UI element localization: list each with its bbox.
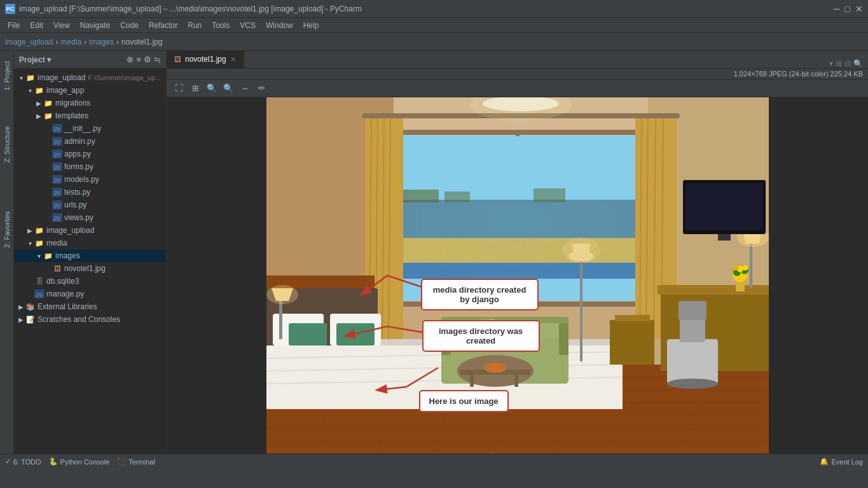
tab-search-button[interactable]: 🔍 [853, 59, 863, 68]
image-viewer-toolbar: ⛶ ⊞ 🔍 🔍 ↔ ✏ [167, 80, 868, 97]
minimize-button[interactable]: ─ [834, 4, 840, 14]
arrow-media: ▾ [25, 240, 34, 247]
main-area: 1: Project Z: Structure 2: Favorites Pro… [0, 51, 868, 454]
tree-item-novotel1[interactable]: 🖼 novotel1.jpg [14, 262, 166, 275]
svg-point-84 [743, 265, 748, 270]
breadcrumb-images[interactable]: images [89, 38, 114, 46]
py-icon-models: py [52, 175, 62, 184]
left-tab-structure[interactable]: Z: Structure [2, 121, 12, 167]
status-event-log[interactable]: 🔔 Event Log [820, 457, 863, 466]
tree-item-init[interactable]: py __init__.py [14, 122, 166, 135]
menu-help[interactable]: Help [298, 20, 324, 31]
py-icon-views: py [52, 213, 62, 222]
status-todo[interactable]: ✓ 6: TODO [5, 457, 41, 466]
menu-window[interactable]: Window [261, 20, 298, 31]
tree-item-views[interactable]: py views.py [14, 211, 166, 224]
panel-icon-settings[interactable]: ⚙ [144, 55, 151, 64]
left-tabs: 1: Project Z: Structure 2: Favorites [0, 51, 14, 454]
viewer-btn-edit[interactable]: ✏ [254, 81, 268, 95]
label-apps: apps.py [64, 150, 91, 158]
svg-rect-64 [470, 374, 474, 387]
panel-icons: ⊕ ≡ ⚙ ≒ [127, 55, 161, 64]
svg-point-54 [266, 285, 298, 304]
viewer-btn-fit-width[interactable]: ⛶ [172, 81, 186, 95]
tree-item-models[interactable]: py models.py [14, 173, 166, 186]
tree-item-apps[interactable]: py apps.py [14, 148, 166, 160]
label-forms: forms.py [64, 162, 93, 171]
label-images: images [55, 251, 80, 260]
panel-icon-layout[interactable]: ≡ [136, 55, 141, 64]
event-log-label: Event Log [831, 458, 863, 466]
breadcrumb-bar: image_upload › media › images › novotel1… [0, 33, 868, 51]
svg-rect-72 [667, 339, 718, 384]
breadcrumb-root[interactable]: image_upload [5, 38, 53, 46]
window-title: image_upload [F:\Summer\image_upload] – … [19, 4, 362, 13]
menu-file[interactable]: File [3, 20, 25, 31]
tree-item-admin[interactable]: py admin.py [14, 135, 166, 148]
left-tab-favorites[interactable]: 2: Favorites [2, 206, 12, 253]
image-info-text: 1,024×768 JPEG (24-bit color) 225.24 KB [734, 70, 863, 78]
tree-item-urls[interactable]: py urls.py [14, 199, 166, 211]
folder-icon-templates: 📁 [43, 111, 53, 120]
title-left: PC image_upload [F:\Summer\image_upload]… [5, 4, 362, 14]
tree-item-db[interactable]: 🗄 db.sqlite3 [14, 275, 166, 288]
tab-close-button[interactable]: ✕ [230, 55, 236, 64]
close-button[interactable]: ✕ [855, 4, 863, 14]
viewer-btn-zoom-in[interactable]: 🔍 [221, 81, 235, 95]
tree-item-image_app[interactable]: ▾ 📁 image_app [14, 84, 166, 97]
tree-item-forms[interactable]: py forms.py [14, 160, 166, 173]
tree-item-templates[interactable]: ▶ 📁 templates [14, 109, 166, 122]
label-image_app: image_app [46, 86, 84, 95]
tree-item-image_upload_dir[interactable]: ▶ 📁 image_upload [14, 224, 166, 237]
py-icon-forms: py [52, 162, 62, 171]
menu-view[interactable]: View [48, 20, 75, 31]
tree-item-root[interactable]: ▾ 📁 image_upload F:\Summer\image_up... [14, 71, 166, 84]
tab-label: novotel1.jpg [185, 55, 226, 64]
menu-vcs[interactable]: VCS [235, 20, 261, 31]
tree-item-images[interactable]: ▾ 📁 images [14, 249, 166, 262]
tab-expand-button[interactable]: ⊞ [836, 59, 842, 68]
tab-dropdown-button[interactable]: ▾ [829, 59, 833, 68]
editor-tab-novotel1[interactable]: 🖼 novotel1.jpg ✕ [167, 50, 244, 68]
folder-icon-image_upload_dir: 📁 [34, 226, 45, 235]
panel-icon-expand[interactable]: ≒ [154, 55, 161, 64]
tab-split-button[interactable]: ⊟ [844, 59, 851, 68]
menu-edit[interactable]: Edit [25, 20, 48, 31]
svg-rect-74 [679, 301, 706, 320]
label-templates: templates [55, 111, 88, 120]
py-icon-urls: py [52, 200, 62, 209]
left-tab-project[interactable]: 1: Project [2, 56, 12, 95]
tab-img-icon: 🖼 [174, 55, 181, 63]
folder-icon-image_app: 📁 [34, 86, 45, 95]
here-callout-text: Here is our image [429, 396, 499, 406]
window-controls[interactable]: ─ □ ✕ [834, 4, 863, 14]
svg-rect-76 [750, 244, 752, 288]
status-terminal[interactable]: ⬛ Terminal [117, 457, 155, 466]
tree-item-scratches[interactable]: ▶ 📝 Scratches and Consoles [14, 313, 166, 326]
status-python-console[interactable]: 🐍 Python Console [49, 457, 110, 466]
scratch-icon: 📝 [25, 315, 36, 324]
viewer-btn-actual-size[interactable]: ↔ [238, 81, 252, 95]
project-tree[interactable]: ▾ 📁 image_upload F:\Summer\image_up... ▾… [14, 69, 166, 454]
hotel-image: media directory created by django i [266, 97, 769, 454]
img-icon-novotel1: 🖼 [52, 264, 62, 273]
panel-title: Project ▾ [19, 55, 51, 64]
maximize-button[interactable]: □ [845, 4, 850, 14]
viewer-btn-zoom-out[interactable]: 🔍 [205, 81, 219, 95]
menu-refactor[interactable]: Refactor [144, 20, 183, 31]
tree-item-external-libs[interactable]: ▶ 📚 External Libraries [14, 300, 166, 313]
tree-item-manage[interactable]: py manage.py [14, 288, 166, 300]
py-icon-init: py [52, 124, 62, 133]
menu-code[interactable]: Code [115, 20, 144, 31]
tree-item-migrations[interactable]: ▶ 📁 migrations [14, 97, 166, 109]
tree-item-tests[interactable]: py tests.py [14, 186, 166, 199]
image-canvas: media directory created by django i [167, 97, 868, 454]
viewer-btn-fit-page[interactable]: ⊞ [188, 81, 202, 95]
breadcrumb-media[interactable]: media [60, 38, 81, 46]
label-db: db.sqlite3 [46, 277, 79, 286]
panel-icon-add[interactable]: ⊕ [127, 55, 134, 64]
tree-item-media[interactable]: ▾ 📁 media [14, 237, 166, 249]
menu-navigate[interactable]: Navigate [75, 20, 115, 31]
menu-run[interactable]: Run [183, 20, 207, 31]
menu-tools[interactable]: Tools [207, 20, 235, 31]
